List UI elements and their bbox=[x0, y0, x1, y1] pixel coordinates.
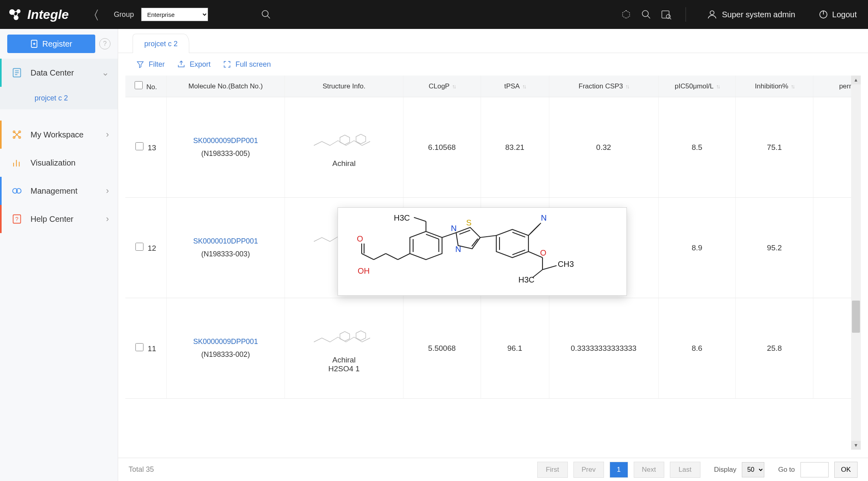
total-label: Total 35 bbox=[129, 465, 154, 474]
molecule-link[interactable]: SK0000009DPP001 bbox=[172, 137, 280, 145]
workspace-icon bbox=[10, 128, 23, 141]
vertical-scrollbar[interactable]: ▲ ▼ bbox=[851, 76, 861, 450]
page-next[interactable]: Next bbox=[634, 462, 664, 478]
sidebar-item-visualization[interactable]: Visualization bbox=[0, 149, 118, 177]
batch-no: (N198333-003) bbox=[201, 250, 250, 258]
svg-text:O: O bbox=[540, 248, 547, 257]
tabs-bar: projcet c 2 bbox=[118, 29, 868, 53]
page-first[interactable]: First bbox=[537, 462, 568, 478]
register-button[interactable]: Register bbox=[7, 35, 95, 53]
logout-label: Logout bbox=[832, 10, 857, 19]
svg-line-48 bbox=[374, 254, 386, 260]
svg-line-47 bbox=[386, 254, 398, 260]
svg-text:N: N bbox=[455, 245, 461, 254]
molecule-link[interactable]: SK0000010DPP001 bbox=[172, 237, 280, 246]
col-structure[interactable]: Structure Info. bbox=[285, 76, 403, 97]
structure-thumb-icon[interactable] bbox=[312, 129, 376, 154]
tab-project[interactable]: projcet c 2 bbox=[133, 34, 189, 53]
goto-input[interactable] bbox=[800, 462, 829, 477]
svg-line-60 bbox=[512, 250, 525, 255]
brand-logo: Integle bbox=[7, 6, 69, 23]
group-label: Group bbox=[114, 10, 134, 19]
col-csp3[interactable]: Fraction CSP3↑↓ bbox=[549, 76, 658, 97]
batch-no: (N198333-005) bbox=[201, 149, 250, 158]
datacenter-icon bbox=[10, 66, 23, 79]
page-last[interactable]: Last bbox=[670, 462, 700, 478]
svg-line-52 bbox=[442, 233, 456, 237]
group-select[interactable]: Enterprise bbox=[141, 8, 208, 21]
goto-ok[interactable]: OK bbox=[834, 462, 858, 478]
pagination-bar: Total 35 First Prev 1 Next Last Display … bbox=[118, 458, 868, 481]
svg-text:CH3: CH3 bbox=[558, 260, 574, 268]
table-header-row: No. Molecule No.(Batch No.) Structure In… bbox=[125, 76, 861, 97]
toolbar: Filter Export Full screen bbox=[118, 53, 868, 76]
col-inhib[interactable]: Inhibition%↑↓ bbox=[736, 76, 813, 97]
molecule-link[interactable]: SK0000009DPP001 bbox=[172, 338, 280, 346]
col-pic50[interactable]: pIC50μmol/L↑↓ bbox=[658, 76, 736, 97]
svg-line-45 bbox=[414, 217, 426, 221]
col-clogp[interactable]: CLogP↑↓ bbox=[403, 76, 481, 97]
fullscreen-button[interactable]: Full screen bbox=[223, 60, 271, 69]
sidebar-item-management[interactable]: Management › bbox=[0, 177, 118, 205]
helpcenter-icon: ? bbox=[10, 213, 23, 225]
svg-marker-39 bbox=[356, 331, 366, 340]
user-label: Super system admin bbox=[722, 10, 795, 19]
svg-text:H3C: H3C bbox=[394, 213, 410, 222]
export-button[interactable]: Export bbox=[177, 60, 211, 69]
row-checkbox[interactable] bbox=[135, 243, 143, 251]
molecule-icon[interactable] bbox=[620, 8, 633, 21]
row-checkbox[interactable] bbox=[135, 343, 143, 351]
group-select-wrap: Enterprise bbox=[141, 8, 208, 21]
col-tpsa[interactable]: tPSA↑↓ bbox=[481, 76, 549, 97]
back-icon[interactable]: 〈 bbox=[88, 6, 104, 23]
svg-marker-5 bbox=[622, 10, 629, 18]
chevron-down-icon: ⌄ bbox=[102, 68, 109, 78]
svg-line-4 bbox=[267, 16, 270, 18]
chevron-right-icon: › bbox=[106, 214, 109, 224]
sidebar-item-helpcenter[interactable]: ? Help Center › bbox=[0, 205, 118, 233]
sidebar-item-workspace[interactable]: My Workspace › bbox=[0, 121, 118, 149]
search-icon[interactable] bbox=[260, 8, 272, 21]
topbar: Integle 〈 Group Enterprise Super system … bbox=[0, 0, 868, 29]
scroll-down-icon[interactable]: ▼ bbox=[851, 441, 861, 450]
display-select[interactable]: 50 bbox=[742, 462, 764, 477]
svg-point-3 bbox=[262, 10, 268, 16]
select-all-checkbox[interactable] bbox=[135, 81, 143, 89]
sidebar-item-datacenter[interactable]: Data Center ⌄ bbox=[0, 59, 118, 87]
logout-button[interactable]: Logout bbox=[819, 10, 857, 19]
goto-label: Go to bbox=[778, 466, 795, 474]
search2-icon[interactable] bbox=[640, 8, 653, 21]
user-menu[interactable]: Super system admin bbox=[707, 9, 795, 20]
chevron-right-icon: › bbox=[106, 186, 109, 196]
scroll-thumb[interactable] bbox=[852, 301, 860, 333]
svg-text:OH: OH bbox=[358, 266, 370, 275]
sort-icon: ↑↓ bbox=[452, 83, 455, 90]
page-prev[interactable]: Prev bbox=[573, 462, 604, 478]
svg-marker-57 bbox=[496, 229, 528, 258]
svg-line-49 bbox=[362, 254, 374, 260]
svg-point-11 bbox=[710, 11, 714, 15]
svg-point-6 bbox=[642, 10, 648, 16]
svg-marker-40 bbox=[410, 231, 442, 260]
sidebar: Register ? Data Center ⌄ projcet c 2 My … bbox=[0, 29, 118, 481]
management-icon bbox=[10, 184, 23, 197]
table-row[interactable]: 13SK0000009DPP001(N198333-005)Achiral6.1… bbox=[125, 97, 861, 198]
col-molecule[interactable]: Molecule No.(Batch No.) bbox=[166, 76, 285, 97]
svg-text:N: N bbox=[541, 213, 547, 222]
scroll-up-icon[interactable]: ▲ bbox=[851, 76, 861, 84]
svg-line-59 bbox=[512, 232, 525, 237]
filter-button[interactable]: Filter bbox=[136, 60, 165, 69]
chevron-right-icon: › bbox=[106, 129, 109, 140]
row-checkbox[interactable] bbox=[135, 142, 143, 150]
structure-preview-popup: H3C N S N N O O OH CH3 H3C bbox=[338, 207, 627, 296]
svg-marker-38 bbox=[340, 332, 350, 341]
page-current[interactable]: 1 bbox=[610, 462, 628, 478]
help-icon[interactable]: ? bbox=[99, 38, 111, 49]
svg-line-66 bbox=[542, 266, 557, 270]
horizontal-scrollbar[interactable] bbox=[118, 450, 868, 458]
table-row[interactable]: 11SK0000009DPP001(N198333-002)AchiralH2S… bbox=[125, 298, 861, 399]
sidebar-subitem-project[interactable]: projcet c 2 bbox=[0, 87, 118, 109]
structure-thumb-icon[interactable] bbox=[312, 326, 376, 350]
brand-name: Integle bbox=[27, 7, 69, 22]
structure-search-icon[interactable] bbox=[660, 8, 673, 21]
